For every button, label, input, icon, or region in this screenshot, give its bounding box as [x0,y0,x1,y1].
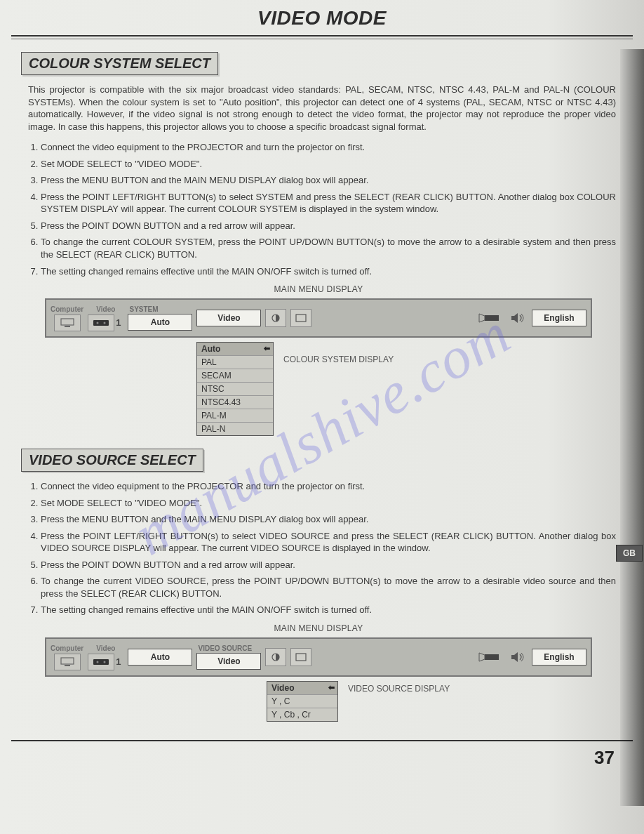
title-bar: VIDEO MODE [0,0,644,31]
section1-steps: Connect the video equipment to the PROJE… [28,141,616,277]
osd-video-slot: Video 1 [88,644,123,670]
osd-language-field: English [532,310,586,326]
osd-input-number: 1 [116,317,121,328]
dropdown-item: PAL-N [197,423,273,435]
osd-caption-1: MAIN MENU DISPLAY [21,284,616,294]
svg-point-4 [104,322,106,324]
arrow-left-icon: ⬅ [264,344,270,353]
computer-icon [54,315,81,331]
video-deck-icon [88,654,114,670]
video-deck-icon [88,315,114,331]
svg-marker-9 [511,313,518,323]
step: To change the current VIDEO SOURCE, pres… [41,575,616,600]
osd-video-label: Video [96,305,115,313]
page-number: 37 [0,741,644,769]
svg-marker-8 [479,314,485,322]
osd-menu-2: Computer Video 1 Auto VIDE [45,637,592,677]
osd-computer-label: Computer [51,305,83,313]
osd-computer-slot: Computer [51,644,83,670]
page-title: VIDEO MODE [0,7,644,29]
step: To change the current COLOUR SYSTEM, pre… [41,236,616,260]
svg-point-13 [97,661,99,663]
osd-computer-label: Computer [51,644,83,652]
dropdown-item: SECAM [197,369,273,383]
osd-video-source-label: VIDEO SOURCE [198,644,252,652]
dropdown-item: PAL [197,356,273,369]
step: Press the POINT DOWN BUTTON and a red ar… [41,559,616,571]
page-edge-shadow [620,49,644,806]
arrow-left-icon: ⬅ [328,683,335,692]
dropdown-item: Y , C [267,695,337,708]
language-tab: GB [616,545,643,562]
step: Set MODE SELECT to "VIDEO MODE". [41,497,616,510]
video-source-caption: VIDEO SOURCE DISPLAY [348,684,450,695]
dropdown-item: Video⬅ [267,682,337,695]
svg-point-14 [104,661,106,663]
svg-rect-16 [296,654,306,661]
speaker-icon [508,310,528,326]
svg-rect-6 [296,315,306,322]
dropdown-item: PAL-M [197,409,273,423]
section-heading-video-source: VIDEO SOURCE SELECT [21,449,203,472]
colour-system-caption: COLOUR SYSTEM DISPLAY [283,355,394,366]
svg-marker-19 [511,652,518,662]
osd-system-label: SYSTEM [129,305,158,313]
projector-icon [476,310,504,326]
osd-system-field: Auto [128,314,192,331]
step: Press the MENU BUTTON and the MAIN MENU … [41,513,616,526]
svg-rect-1 [65,326,70,327]
svg-rect-0 [61,319,74,325]
step: Press the POINT LEFT/RIGHT BUTTON(s) to … [41,191,616,216]
speaker-icon [508,649,528,666]
osd-caption-2: MAIN MENU DISPLAY [21,623,616,633]
dropdown-item: Y , Cb , Cr [267,708,337,721]
osd-video-field: Video [196,310,261,326]
osd-computer-slot: Computer [51,305,83,331]
osd-system-field: Auto [128,649,192,666]
content-area: COLOUR SYSTEM SELECT This projector is c… [0,39,644,722]
svg-rect-7 [485,315,499,321]
projector-icon [476,649,504,666]
osd-video-slot: Video 1 [88,305,123,331]
svg-marker-18 [479,653,485,661]
osd-menu-1: Computer Video 1 SYSTEM [45,298,592,338]
step: The setting changed remains effective un… [41,604,616,616]
section-heading-colour-system: COLOUR SYSTEM SELECT [21,52,218,75]
section1-intro: This projector is compatible with the si… [28,84,616,133]
svg-point-3 [97,322,99,324]
section2-steps: Connect the video equipment to the PROJE… [28,480,616,616]
svg-rect-17 [485,654,499,660]
step: Set MODE SELECT to "VIDEO MODE". [41,158,616,171]
osd-video-label: Video [96,644,115,652]
osd-bar: Computer Video 1 Auto VIDE [45,637,592,677]
osd-video-field: Video [196,653,261,670]
step: Connect the video equipment to the PROJE… [41,141,616,154]
dropdown-item: NTSC [197,383,273,396]
step: The setting changed remains effective un… [41,265,616,278]
step: Press the POINT DOWN BUTTON and a red ar… [41,220,616,232]
osd-language-field: English [532,649,586,666]
step: Press the POINT LEFT/RIGHT BUTTON(s) to … [41,530,616,555]
screen-icon [290,309,311,327]
osd-bar: Computer Video 1 SYSTEM [45,298,592,338]
dropdown-item: Auto⬅ [197,343,273,356]
colour-system-dropdown-row: Auto⬅ PAL SECAM NTSC NTSC4.43 PAL-M PAL-… [196,342,616,436]
svg-rect-2 [93,320,109,326]
video-source-dropdown-row: Video⬅ Y , C Y , Cb , Cr VIDEO SOURCE DI… [267,681,616,722]
dropdown-item: NTSC4.43 [197,396,273,409]
computer-icon [54,654,81,670]
svg-rect-11 [65,665,70,666]
osd-video-source-column: VIDEO SOURCE Video [196,644,261,670]
screen-icon [290,648,311,666]
contrast-icon [265,648,286,666]
svg-rect-12 [93,659,109,665]
video-source-dropdown: Video⬅ Y , C Y , Cb , Cr [267,681,338,722]
step: Connect the video equipment to the PROJE… [41,480,616,493]
contrast-icon [265,309,286,327]
step: Press the MENU BUTTON and the MAIN MENU … [41,174,616,187]
osd-system-column: SYSTEM Auto [128,305,192,331]
osd-input-number: 1 [116,656,121,667]
manual-page: manualshive.com GB VIDEO MODE COLOUR SYS… [0,0,644,834]
colour-system-dropdown: Auto⬅ PAL SECAM NTSC NTSC4.43 PAL-M PAL-… [196,342,274,436]
svg-rect-10 [61,658,74,664]
